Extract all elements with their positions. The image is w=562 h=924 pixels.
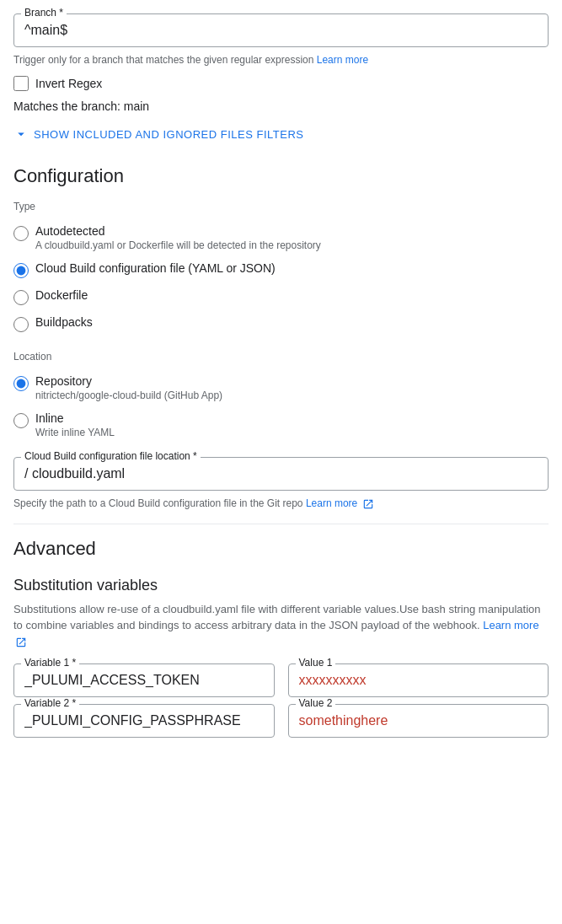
type-cloudbuild-item[interactable]: Cloud Build configuration file (YAML or … (13, 256, 549, 283)
type-radio-group: Autodetected A cloudbuild.yaml or Docker… (13, 219, 549, 337)
location-repository-label: Repository (35, 374, 222, 388)
type-dockerfile-item[interactable]: Dockerfile (13, 283, 549, 310)
substitution-external-link-icon (15, 637, 27, 648)
value1-label: Value 1 (296, 657, 336, 669)
file-location-hint: Specify the path to a Cloud Build config… (13, 497, 549, 510)
value1-field: Value 1 (288, 663, 549, 697)
configuration-title: Configuration (13, 165, 549, 187)
variable1-input[interactable] (24, 671, 264, 688)
variable1-field: Variable 1 * (13, 663, 275, 697)
location-repository-item[interactable]: Repository nitrictech/google-cloud-build… (13, 369, 549, 406)
location-repository-sub: nitrictech/google-cloud-build (GitHub Ap… (35, 389, 222, 401)
type-dockerfile-label: Dockerfile (35, 288, 88, 302)
type-label: Type (13, 201, 549, 212)
file-location-input[interactable] (24, 465, 538, 481)
variable2-input[interactable] (24, 712, 264, 728)
toggle-filter[interactable]: SHOW INCLUDED AND IGNORED FILES FILTERS (13, 126, 549, 142)
type-autodetected-radio[interactable] (13, 226, 29, 241)
type-cloudbuild-radio[interactable] (13, 263, 29, 278)
type-autodetected-label: Autodetected (35, 224, 321, 238)
invert-regex-label[interactable]: Invert Regex (35, 77, 102, 90)
type-autodetected-sub: A cloudbuild.yaml or Dockerfile will be … (35, 239, 321, 251)
location-radio-group: Repository nitrictech/google-cloud-build… (13, 369, 549, 443)
branch-learn-more-link[interactable]: Learn more (317, 54, 368, 66)
type-dockerfile-radio[interactable] (13, 290, 29, 305)
type-buildpacks-item[interactable]: Buildpacks (13, 310, 549, 337)
value1-input[interactable] (299, 671, 538, 688)
branch-input[interactable] (24, 21, 538, 38)
invert-regex-row: Invert Regex (13, 76, 549, 91)
invert-regex-checkbox[interactable] (13, 76, 29, 91)
type-buildpacks-label: Buildpacks (35, 315, 93, 329)
divider (13, 524, 549, 524)
variable2-field: Variable 2 * (13, 704, 275, 738)
toggle-filter-label: SHOW INCLUDED AND IGNORED FILES FILTERS (34, 128, 303, 141)
value2-label: Value 2 (296, 697, 336, 709)
variable1-label: Variable 1 * (21, 657, 79, 669)
location-inline-radio[interactable] (13, 413, 29, 428)
file-location-field: Cloud Build configuration file location … (13, 457, 549, 491)
value2-input[interactable] (299, 712, 538, 728)
chevron-down-icon (13, 126, 29, 142)
branch-field: Branch * (13, 13, 549, 47)
advanced-title: Advanced (13, 538, 549, 560)
variable2-label: Variable 2 * (21, 697, 79, 709)
location-inline-sub: Write inline YAML (35, 427, 115, 438)
vars-grid: Variable 1 * Value 1 Variable 2 * Value … (13, 663, 549, 744)
type-autodetected-item[interactable]: Autodetected A cloudbuild.yaml or Docker… (13, 219, 549, 256)
branch-label: Branch * (21, 7, 67, 19)
matches-text: Matches the branch: main (13, 99, 549, 113)
location-inline-item[interactable]: Inline Write inline YAML (13, 406, 549, 443)
advanced-section: Advanced Substitution variables Substitu… (13, 538, 549, 745)
substitution-title: Substitution variables (13, 577, 549, 594)
type-cloudbuild-label: Cloud Build configuration file (YAML or … (35, 261, 276, 275)
substitution-description: Substitutions allow re-use of a cloudbui… (13, 601, 549, 651)
branch-hint: Trigger only for a branch that matches t… (13, 54, 549, 66)
file-location-label: Cloud Build configuration file location … (21, 450, 201, 462)
external-link-icon (362, 498, 374, 510)
file-location-learn-more-link[interactable]: Learn more (306, 497, 374, 509)
location-inline-label: Inline (35, 411, 115, 425)
location-repository-radio[interactable] (13, 376, 29, 391)
type-buildpacks-radio[interactable] (13, 317, 29, 332)
configuration-section: Configuration Type Autodetected A cloudb… (13, 165, 549, 510)
value2-field: Value 2 (288, 704, 549, 738)
location-label: Location (13, 351, 549, 363)
